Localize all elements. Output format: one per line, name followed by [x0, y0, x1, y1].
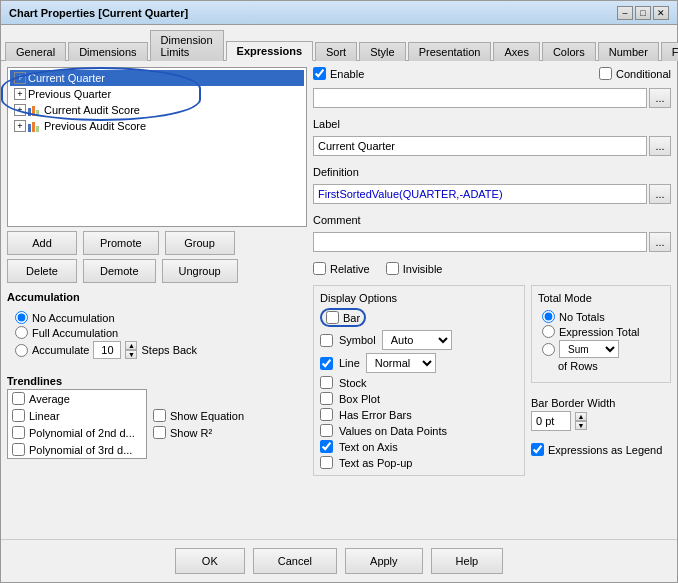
- values-on-dp-checkbox[interactable]: [320, 424, 333, 437]
- values-on-dp-option[interactable]: Values on Data Points: [320, 424, 518, 437]
- conditional-checkbox[interactable]: [599, 67, 612, 80]
- expression-total-option[interactable]: Expression Total: [542, 325, 660, 338]
- poly2-checkbox[interactable]: [12, 426, 25, 439]
- sum-dropdown[interactable]: Sum: [559, 340, 619, 358]
- tab-sort[interactable]: Sort: [315, 42, 357, 61]
- show-equation-option[interactable]: Show Equation: [153, 409, 244, 422]
- show-r2-option[interactable]: Show R²: [153, 426, 244, 439]
- sum-option[interactable]: Sum: [542, 340, 660, 358]
- comment-ellipsis-btn[interactable]: ...: [649, 232, 671, 252]
- no-accumulation-radio[interactable]: [15, 311, 28, 324]
- text-on-axis-checkbox[interactable]: [320, 440, 333, 453]
- help-button[interactable]: Help: [431, 548, 504, 574]
- steps-input[interactable]: [93, 341, 121, 359]
- steps-down[interactable]: ▼: [125, 350, 137, 359]
- text-popup-option[interactable]: Text as Pop-up: [320, 456, 518, 469]
- enable-checkbox[interactable]: [313, 67, 326, 80]
- symbol-dropdown[interactable]: Auto: [382, 330, 452, 350]
- sum-radio[interactable]: [542, 343, 555, 356]
- bar-border-down[interactable]: ▼: [575, 421, 587, 430]
- conditional-input[interactable]: [313, 88, 647, 108]
- enable-option[interactable]: Enable: [313, 67, 364, 80]
- apply-button[interactable]: Apply: [345, 548, 423, 574]
- demote-button[interactable]: Demote: [83, 259, 156, 283]
- full-accumulation-radio[interactable]: [15, 326, 28, 339]
- line-dropdown[interactable]: Normal: [366, 353, 436, 373]
- tree-item-current-quarter[interactable]: + Current Quarter: [10, 70, 304, 86]
- close-button[interactable]: ✕: [653, 6, 669, 20]
- expressions-legend-option[interactable]: Expressions as Legend: [531, 443, 671, 456]
- label-input[interactable]: [313, 136, 647, 156]
- invisible-option[interactable]: Invisible: [386, 262, 443, 275]
- list-item[interactable]: Polynomial of 2nd d...: [8, 424, 146, 441]
- add-button[interactable]: Add: [7, 231, 77, 255]
- label-ellipsis-btn[interactable]: ...: [649, 136, 671, 156]
- tab-style[interactable]: Style: [359, 42, 405, 61]
- minimize-button[interactable]: –: [617, 6, 633, 20]
- ungroup-button[interactable]: Ungroup: [162, 259, 238, 283]
- tree-item-current-audit[interactable]: + Current Audit Score: [10, 102, 304, 118]
- tab-axes[interactable]: Axes: [493, 42, 539, 61]
- bar-option[interactable]: Bar: [320, 308, 518, 327]
- poly3-checkbox[interactable]: [12, 443, 25, 456]
- expander-icon[interactable]: +: [14, 120, 26, 132]
- conditional-ellipsis-btn[interactable]: ...: [649, 88, 671, 108]
- error-bars-checkbox[interactable]: [320, 408, 333, 421]
- text-popup-checkbox[interactable]: [320, 456, 333, 469]
- expression-total-radio[interactable]: [542, 325, 555, 338]
- error-bars-option[interactable]: Has Error Bars: [320, 408, 518, 421]
- cancel-button[interactable]: Cancel: [253, 548, 337, 574]
- conditional-option[interactable]: Conditional: [599, 67, 671, 80]
- ok-button[interactable]: OK: [175, 548, 245, 574]
- bar-border-up[interactable]: ▲: [575, 412, 587, 421]
- no-totals-option[interactable]: No Totals: [542, 310, 660, 323]
- expressions-legend-checkbox[interactable]: [531, 443, 544, 456]
- promote-button[interactable]: Promote: [83, 231, 159, 255]
- expander-icon[interactable]: +: [14, 104, 26, 116]
- line-option[interactable]: Line Normal: [320, 353, 518, 373]
- definition-input[interactable]: [313, 184, 647, 204]
- accumulate-option[interactable]: Accumulate ▲ ▼ Steps Back: [15, 341, 299, 359]
- symbol-checkbox[interactable]: [320, 334, 333, 347]
- bar-checkbox[interactable]: [326, 311, 339, 324]
- list-item[interactable]: Linear: [8, 407, 146, 424]
- tree-item-previous-quarter[interactable]: + Previous Quarter: [10, 86, 304, 102]
- box-plot-checkbox[interactable]: [320, 392, 333, 405]
- tab-expressions[interactable]: Expressions: [226, 41, 313, 61]
- relative-checkbox[interactable]: [313, 262, 326, 275]
- no-accumulation-option[interactable]: No Accumulation: [15, 311, 299, 324]
- show-equation-checkbox[interactable]: [153, 409, 166, 422]
- stock-checkbox[interactable]: [320, 376, 333, 389]
- show-r2-checkbox[interactable]: [153, 426, 166, 439]
- list-item[interactable]: Average: [8, 390, 146, 407]
- comment-input[interactable]: [313, 232, 647, 252]
- symbol-option[interactable]: Symbol Auto: [320, 330, 518, 350]
- maximize-button[interactable]: □: [635, 6, 651, 20]
- trendlines-list[interactable]: Average Linear Polynomial of 2nd d...: [7, 389, 147, 459]
- invisible-checkbox[interactable]: [386, 262, 399, 275]
- no-totals-radio[interactable]: [542, 310, 555, 323]
- linear-checkbox[interactable]: [12, 409, 25, 422]
- accumulate-radio[interactable]: [15, 344, 28, 357]
- expander-icon[interactable]: +: [14, 72, 26, 84]
- tab-presentation[interactable]: Presentation: [408, 42, 492, 61]
- group-button[interactable]: Group: [165, 231, 235, 255]
- tab-dimensions[interactable]: Dimensions: [68, 42, 147, 61]
- tree-item-previous-audit[interactable]: + Previous Audit Score: [10, 118, 304, 134]
- tab-font[interactable]: Font: [661, 42, 678, 61]
- relative-option[interactable]: Relative: [313, 262, 370, 275]
- box-plot-option[interactable]: Box Plot: [320, 392, 518, 405]
- steps-up[interactable]: ▲: [125, 341, 137, 350]
- definition-ellipsis-btn[interactable]: ...: [649, 184, 671, 204]
- tab-number[interactable]: Number: [598, 42, 659, 61]
- stock-option[interactable]: Stock: [320, 376, 518, 389]
- bar-border-input[interactable]: [531, 411, 571, 431]
- expander-icon[interactable]: +: [14, 88, 26, 100]
- tab-dimension-limits[interactable]: Dimension Limits: [150, 30, 224, 61]
- list-item[interactable]: Polynomial of 3rd d...: [8, 441, 146, 458]
- tab-colors[interactable]: Colors: [542, 42, 596, 61]
- avg-checkbox[interactable]: [12, 392, 25, 405]
- line-checkbox[interactable]: [320, 357, 333, 370]
- full-accumulation-option[interactable]: Full Accumulation: [15, 326, 299, 339]
- text-on-axis-option[interactable]: Text on Axis: [320, 440, 518, 453]
